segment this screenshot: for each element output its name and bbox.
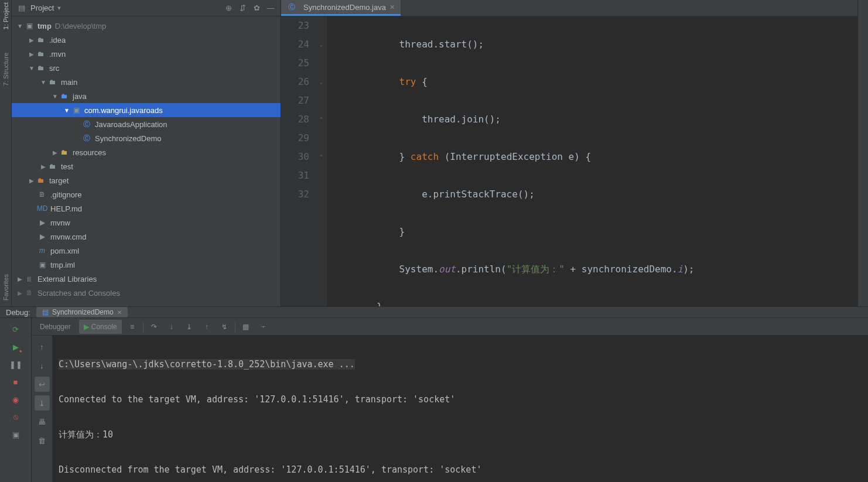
tree-label: mvnw: [50, 218, 70, 227]
rerun-icon[interactable]: ⟳: [8, 322, 23, 337]
tree-item[interactable]: ▼🖿main: [12, 75, 281, 89]
force-step-into-icon[interactable]: ⤓: [182, 320, 196, 334]
stop-icon[interactable]: ■: [8, 374, 23, 389]
tree-item[interactable]: ▶🖿test: [12, 159, 281, 173]
line-gutter: 23 24 25 26 27 28 29 30 31 32: [281, 16, 316, 306]
code-content[interactable]: thread.start(); try { thread.join(); } c…: [327, 16, 857, 306]
code-editor[interactable]: 23 24 25 26 27 28 29 30 31 32 ⌄ ⌄ ⌃ ⌃: [281, 16, 857, 306]
fold-icon[interactable]: ⌄: [316, 73, 326, 91]
target-folder-icon: 🖿: [36, 176, 46, 185]
tab-label: SynchronizedDemo.java: [303, 3, 386, 12]
tree-root[interactable]: ▼ ▣ tmp D:\develop\tmp: [12, 19, 281, 33]
editor-tab-bar: Ⓒ SynchronizedDemo.java ✕: [281, 0, 857, 16]
source-folder-icon: 🖿: [60, 91, 69, 101]
expand-icon[interactable]: ▶: [28, 37, 35, 43]
settings-icon[interactable]: ✿: [251, 3, 262, 13]
debugger-tab[interactable]: Debugger: [35, 320, 76, 334]
tree-item[interactable]: 🗎.gitignore: [12, 187, 281, 201]
collapse-icon[interactable]: ⇵: [237, 3, 248, 13]
step-into-icon[interactable]: ↓: [165, 320, 179, 334]
tree-item[interactable]: ▣tmp.iml: [12, 258, 281, 272]
tree-item[interactable]: ▶🖿.idea: [12, 33, 281, 47]
fold-end-icon[interactable]: ⌃: [316, 110, 326, 129]
sidebar-tab-project[interactable]: 1: Project: [2, 2, 9, 29]
tree-item[interactable]: ▶🖿resources: [12, 145, 281, 159]
tree-path: D:\develop\tmp: [55, 22, 106, 30]
tree-item[interactable]: ▶🖿.mvn: [12, 47, 281, 61]
locate-icon[interactable]: ⊕: [223, 3, 234, 13]
expand-icon[interactable]: ▶: [16, 276, 23, 282]
tree-item[interactable]: MDHELP.md: [12, 201, 281, 216]
expand-icon[interactable]: ▼: [63, 107, 70, 114]
console-toolbar: ↑ ↓ ↩ ⤓ 🖶 🗑: [32, 336, 53, 482]
expand-icon[interactable]: ▶: [28, 51, 35, 57]
tree-item[interactable]: ▶🗎Scratches and Consoles: [12, 286, 281, 300]
module-icon: ▣: [25, 21, 34, 30]
expand-icon[interactable]: ▼: [52, 93, 59, 100]
project-tree[interactable]: ▼ ▣ tmp D:\develop\tmp ▶🖿.idea ▶🖿.mvn ▼🖿…: [12, 16, 281, 306]
editor-tab[interactable]: Ⓒ SynchronizedDemo.java ✕: [281, 0, 401, 16]
resume-icon[interactable]: ▶●: [8, 339, 23, 354]
scroll-end-icon[interactable]: ⤓: [35, 395, 50, 411]
up-icon[interactable]: ↑: [35, 339, 50, 354]
sidebar-tab-favorites[interactable]: Favorites: [2, 274, 9, 300]
tree-item[interactable]: ▶🖿target: [12, 173, 281, 187]
pause-icon[interactable]: ❚❚: [8, 357, 23, 372]
clear-icon[interactable]: 🗑: [35, 433, 50, 448]
expand-icon[interactable]: ▶: [28, 177, 35, 184]
soft-wrap-icon[interactable]: ↩: [35, 377, 50, 392]
expand-icon[interactable]: ▶: [16, 290, 23, 296]
tree-item[interactable]: ⒸSynchronizedDemo: [12, 131, 281, 145]
expand-icon[interactable]: ▼: [28, 65, 35, 71]
sidebar-tab-structure[interactable]: 7: Structure: [2, 53, 9, 86]
fold-icon[interactable]: ⌄: [316, 35, 326, 54]
tree-item[interactable]: ▼🖿src: [12, 61, 281, 75]
tree-item[interactable]: ▶mvnw.cmd: [12, 230, 281, 244]
app-icon: ▤: [42, 308, 49, 316]
step-out-icon[interactable]: ↑: [200, 320, 214, 334]
tree-label: src: [49, 64, 59, 73]
tree-label: HELP.md: [50, 204, 82, 213]
tree-label: JavaroadsApplication: [95, 120, 168, 129]
tree-item[interactable]: ▶mvnw: [12, 216, 281, 230]
hide-icon[interactable]: —: [265, 3, 276, 13]
package-icon: ▣: [71, 105, 81, 115]
console-output[interactable]: C:\Users\wang-\.jdks\corretto-1.8.0_252\…: [53, 336, 868, 482]
project-title[interactable]: Project ▼: [30, 4, 61, 12]
down-icon[interactable]: ↓: [35, 358, 50, 373]
print-icon[interactable]: 🖶: [35, 414, 50, 429]
tree-item[interactable]: ⒸJavaroadsApplication: [12, 117, 281, 131]
mute-breakpoints-icon[interactable]: ⦸: [8, 409, 23, 425]
project-panel: ▤ Project ▼ ⊕ ⇵ ✿ — ▼ ▣ tmp D:\develop\t…: [12, 0, 281, 306]
folder-icon: 🖿: [36, 49, 46, 59]
close-icon[interactable]: ✕: [117, 309, 122, 316]
camera-icon[interactable]: ▣: [8, 427, 23, 442]
threads-icon[interactable]: ≡: [125, 320, 139, 334]
expand-icon[interactable]: ▶: [40, 163, 47, 170]
line-number: 25: [281, 54, 309, 73]
tree-item[interactable]: ▶⫼External Libraries: [12, 272, 281, 286]
tree-item[interactable]: ▼🖿java: [12, 89, 281, 103]
breakpoints-icon[interactable]: ◉: [8, 392, 23, 407]
drop-frame-icon[interactable]: ↯: [217, 320, 231, 334]
tree-item-selected[interactable]: ▼▣com.wangrui.javaroads: [12, 103, 281, 117]
left-tool-strip: 1: Project 7: Structure Favorites: [0, 0, 12, 306]
step-over-icon[interactable]: ↷: [147, 320, 161, 334]
expand-icon[interactable]: ▼: [40, 79, 47, 86]
debug-config-tab[interactable]: ▤ SynchronizedDemo ✕: [36, 307, 128, 317]
fold-end-icon[interactable]: ⌃: [316, 148, 326, 166]
trace-icon[interactable]: ⫟: [257, 320, 271, 334]
expand-icon[interactable]: ▶: [52, 149, 59, 156]
divider: [235, 322, 235, 332]
console-tab[interactable]: ▶ Console: [79, 320, 122, 334]
project-title-text: Project: [30, 4, 54, 12]
scratches-icon: 🗎: [25, 288, 34, 298]
fold-gutter: ⌄ ⌄ ⌃ ⌃: [316, 16, 327, 306]
file-icon: ▶: [37, 218, 47, 227]
expand-icon[interactable]: ▼: [16, 23, 23, 29]
file-icon: ▣: [37, 260, 47, 269]
tree-label: com.wangrui.javaroads: [84, 106, 163, 115]
evaluate-icon[interactable]: ▦: [239, 320, 253, 334]
tree-item[interactable]: mpom.xml: [12, 244, 281, 258]
close-icon[interactable]: ✕: [389, 4, 395, 11]
